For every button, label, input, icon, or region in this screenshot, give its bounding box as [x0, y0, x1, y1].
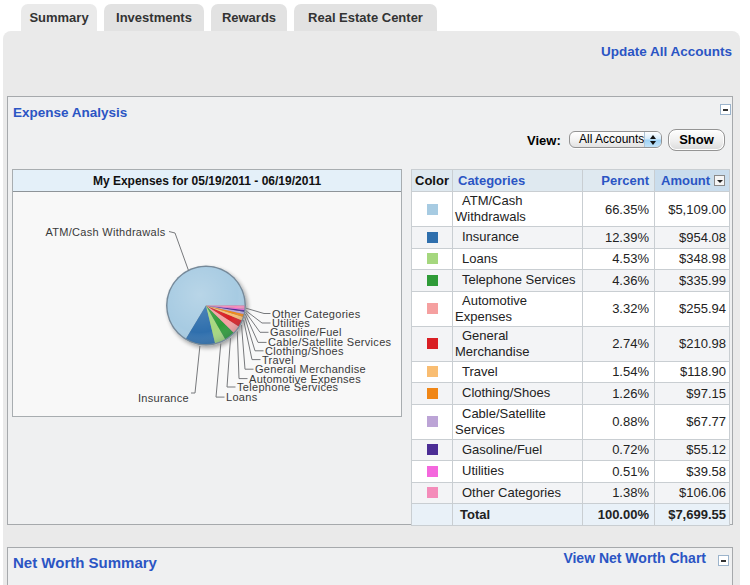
svg-text:Insurance: Insurance: [138, 392, 189, 404]
svg-text:ATM/Cash Withdrawals: ATM/Cash Withdrawals: [45, 226, 165, 238]
svg-text:Loans: Loans: [226, 391, 258, 403]
